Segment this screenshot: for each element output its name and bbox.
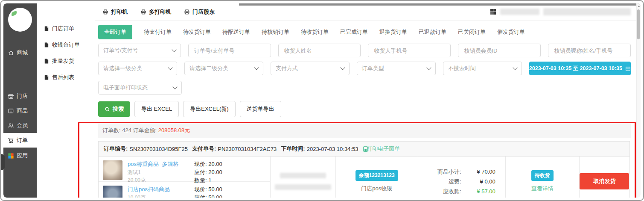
receiver-phone-input-wrap — [368, 44, 451, 57]
sidebar-item-label: 商城 — [17, 49, 28, 56]
order-no-input[interactable] — [193, 47, 266, 54]
toolbar-user-area — [490, 8, 637, 15]
store-icon — [8, 93, 14, 100]
tab-urge-shipment[interactable]: 催发货订单 — [497, 28, 525, 36]
vertical-scrollbar[interactable] — [636, 3, 641, 198]
product-price-block: 现价: 50.00 应付: 50.00 数量: 1 — [194, 186, 222, 198]
order-pn-value: PN2307031034F2AC73 — [218, 146, 277, 152]
product-info: pos称重商品_多规格 测试1 20.00克 — [128, 160, 184, 183]
payment-method-select[interactable]: 支付方式 — [271, 62, 350, 75]
verifier-member-id-input[interactable] — [463, 47, 536, 54]
order-card: 订单编号: SN2307031034D95F25 支付单号: PN2307031… — [98, 141, 630, 198]
doc-icon — [44, 74, 49, 80]
print-eorder-link[interactable]: 打印电子面单 — [367, 145, 400, 153]
select-value: 不搜索时间 — [448, 65, 476, 72]
cancel-shipment-button[interactable]: 取消发货 — [580, 173, 629, 189]
order-header: 订单编号: SN2307031034D95F25 支付单号: PN2307031… — [99, 142, 629, 157]
avatar[interactable] — [8, 8, 32, 32]
product-name-link[interactable]: pos称重商品_多规格 — [128, 160, 184, 168]
chevron-down-icon — [172, 84, 177, 89]
grid-icon[interactable] — [490, 9, 496, 15]
redacted-user-name — [543, 8, 631, 15]
store-shareholder-button-label: 门店股东 — [192, 8, 215, 16]
search-button[interactable]: 搜索 — [98, 101, 130, 117]
printer-icon — [184, 9, 190, 15]
sidebar-item-goods[interactable]: 商品 — [3, 104, 37, 117]
time-search-select[interactable]: 不搜索时间 — [443, 62, 522, 75]
tab-refunded[interactable]: 已退款订单 — [419, 28, 446, 36]
export-excel-button[interactable]: 导出 EXCEL — [134, 101, 179, 117]
receiver-name-input[interactable] — [283, 47, 356, 54]
order-type-select[interactable]: 订单类型 — [357, 62, 436, 75]
sidebar-item-mall[interactable]: 商城 — [3, 46, 37, 59]
sidebar-item-orders[interactable]: 订单 — [3, 133, 37, 148]
status-badge: 待收货 — [531, 170, 554, 181]
tab-pending-verification[interactable]: 待核销订单 — [262, 28, 289, 36]
tab-pending-receipt[interactable]: 待收货订单 — [301, 28, 329, 36]
category-level1-select[interactable]: 请选择一级分类 — [98, 62, 177, 75]
multi-printer-button[interactable]: 多打印机 — [140, 8, 171, 16]
category-level2-select[interactable]: 请选择二级分类 — [184, 62, 263, 75]
order-totals-column: 商品小计:¥ 70.00 运费:¥ 0.00 应收款:¥ 57.00 — [418, 157, 505, 198]
order-no-type-select[interactable]: 订单号/支付号 — [98, 44, 181, 57]
receivable-value: ¥ 57.00 — [477, 186, 495, 196]
order-no-input-wrap — [188, 44, 271, 57]
submenu-item-batch-ship[interactable]: 批量发货 — [44, 56, 74, 67]
sidebar-collapse-handle[interactable] — [1, 154, 5, 170]
scrollbar-thumb[interactable] — [637, 9, 640, 39]
product-spec: 测试1 — [128, 169, 184, 176]
redacted-buyer-phone — [275, 184, 331, 190]
doc-icon — [44, 58, 49, 64]
tab-closed[interactable]: 已关闭订单 — [458, 28, 486, 36]
order-tabs: 全部订单 待支付订单 待发货订单 待配送订单 待核销订单 待收货订单 已完成订单… — [98, 25, 631, 39]
submenu-item-store-orders[interactable]: 门店订单 — [44, 23, 74, 34]
tab-pending-payment[interactable]: 待支付订单 — [144, 28, 172, 36]
avatar-leaf-icon — [11, 11, 17, 16]
order-time-value: 2023-07-03 10:34:53 — [307, 146, 358, 152]
subtotal-value: ¥ 70.00 — [477, 167, 495, 177]
tab-completed[interactable]: 已完成订单 — [340, 28, 368, 36]
printer-icon — [102, 9, 108, 15]
submenu-item-aftersale-list[interactable]: 售后列表 — [44, 72, 74, 83]
orders-amount-unit: 元 — [184, 127, 190, 133]
product-name-link[interactable]: 门店pos扫码商品 — [128, 186, 184, 193]
redacted-store-name — [500, 9, 539, 15]
order-body: pos称重商品_多规格 测试1 20.00克 现价: 20.00 应付: 20.… — [99, 157, 629, 198]
store-shareholder-button[interactable]: 门店股东 — [184, 8, 215, 16]
printer-button[interactable]: 打印机 — [102, 8, 128, 16]
orders-count-label: 订单数: — [102, 127, 121, 133]
receiver-phone-input[interactable] — [373, 47, 446, 54]
sidebar-item-apps[interactable]: 应用 — [3, 149, 37, 162]
apps-icon — [8, 153, 14, 159]
product-image[interactable] — [103, 186, 122, 198]
eprint-status-select[interactable]: 电子面单打印状态 — [98, 81, 182, 95]
date-range-button[interactable]: 2023-07-03 10:35 至 2023-07-03 10:35 — [529, 62, 631, 75]
tab-pending-delivery[interactable]: 待配送订单 — [222, 28, 250, 36]
submenu-item-label: 批量发货 — [52, 57, 74, 65]
order-totals: 商品小计:¥ 70.00 运费:¥ 0.00 应收款:¥ 57.00 — [428, 167, 495, 196]
tab-all-orders[interactable]: 全部订单 — [98, 25, 132, 39]
orders-amount-label: 订单金额: — [133, 127, 157, 133]
sidebar-item-members[interactable]: 会员 — [3, 119, 37, 132]
view-details-link[interactable]: 查看详情 — [531, 185, 554, 192]
product-image[interactable] — [103, 160, 122, 180]
export-excel-new-button[interactable]: 导出EXCEL(新) — [183, 101, 235, 117]
calendar-icon — [625, 66, 631, 71]
members-icon — [8, 122, 14, 129]
select-value: 订单号/支付号 — [103, 47, 138, 54]
scrollbar-up-arrow-icon[interactable] — [638, 6, 640, 7]
verifier-name-input-wrap — [548, 44, 631, 57]
verifier-name-input[interactable] — [553, 47, 626, 54]
sidebar-item-label: 会员 — [17, 121, 28, 129]
sidebar-item-store[interactable]: 门店 — [3, 90, 37, 103]
filter-row-2: 请选择一级分类 请选择二级分类 支付方式 订单类型 不搜索时间 2023-07-… — [98, 62, 631, 75]
chevron-down-icon — [513, 65, 517, 70]
delivery-export-button[interactable]: 送货单导出 — [240, 101, 281, 117]
select-value: 请选择二级分类 — [189, 65, 228, 72]
tab-return-exchange[interactable]: 退换货订单 — [379, 28, 407, 36]
chevron-down-icon — [172, 47, 176, 52]
order-time-label: 下单时间: — [281, 145, 305, 153]
submenu-item-cashier-orders[interactable]: 收银台订单 — [44, 39, 80, 50]
order-sn-label: 订单编号: — [104, 145, 128, 153]
tab-pending-shipment[interactable]: 待发货订单 — [183, 28, 211, 36]
